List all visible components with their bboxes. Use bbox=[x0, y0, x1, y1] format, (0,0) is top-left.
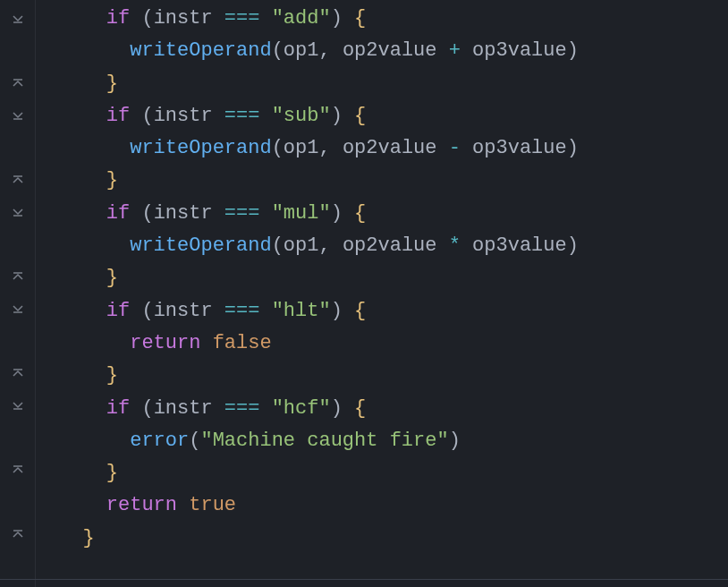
token-fn: error bbox=[130, 430, 189, 452]
token-str: "mul" bbox=[272, 202, 331, 225]
fold-close-icon[interactable] bbox=[12, 77, 24, 89]
token-ident: op3value bbox=[472, 137, 567, 159]
token-str: "add" bbox=[272, 7, 331, 30]
token-kw: if bbox=[106, 202, 130, 225]
fold-open-icon[interactable] bbox=[12, 13, 24, 25]
token-plain bbox=[213, 7, 224, 30]
token-plain bbox=[331, 39, 343, 62]
token-str: "hcf" bbox=[272, 397, 331, 420]
code-line[interactable]: if (instr === "sub") { bbox=[59, 100, 728, 132]
code-line[interactable]: } bbox=[59, 165, 728, 197]
token-bool: false bbox=[213, 332, 272, 354]
token-plain bbox=[200, 332, 212, 354]
token-plain bbox=[213, 300, 224, 322]
code-editor: if (instr === "add") { writeOperand(op1,… bbox=[0, 0, 728, 587]
token-brace: } bbox=[106, 169, 118, 191]
token-kw: if bbox=[106, 300, 130, 322]
token-plain bbox=[213, 202, 224, 225]
code-line[interactable]: } bbox=[59, 68, 728, 100]
token-paren: ( bbox=[141, 7, 153, 30]
token-plain bbox=[461, 234, 472, 257]
token-brace: { bbox=[354, 7, 366, 30]
token-plain bbox=[130, 105, 141, 127]
token-brace: } bbox=[106, 72, 118, 95]
code-line[interactable]: return false bbox=[59, 328, 728, 360]
code-line[interactable]: } bbox=[59, 523, 728, 555]
token-plain bbox=[437, 234, 449, 257]
token-brace: } bbox=[106, 267, 118, 289]
token-plain bbox=[259, 397, 271, 420]
token-paren: ( bbox=[272, 39, 284, 62]
token-plain bbox=[213, 397, 224, 420]
token-ident: instr bbox=[154, 202, 213, 225]
fold-close-icon[interactable] bbox=[12, 528, 24, 540]
code-line[interactable]: writeOperand(op1, op2value + op3value) bbox=[59, 35, 728, 67]
token-paren: ) bbox=[567, 234, 579, 257]
token-op: === bbox=[224, 300, 260, 322]
token-plain bbox=[259, 7, 271, 30]
code-line[interactable]: } bbox=[59, 262, 728, 294]
token-paren: ( bbox=[141, 300, 153, 322]
token-ident: op3value bbox=[472, 234, 567, 257]
code-line[interactable]: writeOperand(op1, op2value * op3value) bbox=[59, 230, 728, 262]
gutter bbox=[0, 0, 36, 587]
token-plain bbox=[461, 137, 472, 159]
token-brace: { bbox=[354, 300, 366, 322]
token-brace: { bbox=[354, 202, 366, 225]
token-plain bbox=[259, 202, 271, 225]
token-paren: ) bbox=[331, 397, 343, 420]
token-brace: { bbox=[354, 397, 366, 420]
token-op: === bbox=[224, 7, 260, 30]
token-op: === bbox=[224, 397, 260, 420]
token-ident: op1 bbox=[284, 234, 319, 257]
token-op: - bbox=[449, 137, 461, 159]
token-plain bbox=[437, 39, 449, 62]
token-ident: instr bbox=[154, 105, 213, 127]
token-paren: ( bbox=[272, 137, 284, 159]
code-line[interactable]: if (instr === "add") { bbox=[59, 3, 728, 35]
fold-open-icon[interactable] bbox=[12, 399, 24, 412]
token-fn: writeOperand bbox=[130, 137, 271, 159]
token-paren: ) bbox=[331, 105, 343, 127]
token-paren: ( bbox=[272, 234, 284, 257]
token-plain bbox=[213, 105, 224, 127]
token-plain bbox=[259, 300, 271, 322]
code-line[interactable]: error("Machine caught fire") bbox=[59, 425, 728, 457]
fold-close-icon[interactable] bbox=[12, 464, 24, 476]
fold-close-icon[interactable] bbox=[12, 367, 24, 379]
token-comma: , bbox=[318, 39, 330, 62]
token-str: "Machine caught fire" bbox=[200, 430, 448, 452]
code-line[interactable]: } bbox=[59, 360, 728, 392]
fold-open-icon[interactable] bbox=[12, 206, 24, 218]
token-plain bbox=[343, 7, 354, 30]
token-plain bbox=[331, 137, 343, 159]
token-ident: instr bbox=[154, 7, 213, 30]
code-line[interactable]: if (instr === "hlt") { bbox=[59, 295, 728, 328]
code-line[interactable]: if (instr === "mul") { bbox=[59, 198, 728, 230]
token-ident: op2value bbox=[343, 234, 437, 257]
token-paren: ) bbox=[331, 300, 343, 322]
code-line[interactable]: } bbox=[59, 457, 728, 489]
token-str: "sub" bbox=[272, 105, 331, 127]
token-comma: , bbox=[318, 234, 330, 257]
fold-open-icon[interactable] bbox=[12, 302, 24, 315]
token-plain bbox=[437, 137, 449, 159]
code-line[interactable]: return true bbox=[59, 489, 728, 522]
token-ident: op2value bbox=[343, 39, 437, 62]
fold-close-icon[interactable] bbox=[12, 174, 24, 186]
fold-open-icon[interactable] bbox=[12, 109, 24, 122]
token-fn: writeOperand bbox=[130, 39, 271, 62]
fold-close-icon[interactable] bbox=[12, 270, 24, 283]
token-plain bbox=[461, 39, 472, 62]
token-brace: } bbox=[82, 527, 94, 549]
code-line[interactable]: writeOperand(op1, op2value - op3value) bbox=[59, 132, 728, 165]
code-area[interactable]: if (instr === "add") { writeOperand(op1,… bbox=[36, 0, 728, 587]
code-line[interactable]: if (instr === "hcf") { bbox=[59, 393, 728, 425]
token-kw: if bbox=[106, 397, 130, 420]
token-plain bbox=[130, 202, 141, 225]
token-comma: , bbox=[318, 137, 330, 159]
token-ident: op2value bbox=[343, 137, 437, 159]
token-fn: writeOperand bbox=[130, 234, 271, 257]
token-bool: true bbox=[189, 494, 236, 516]
token-plain bbox=[343, 202, 354, 225]
